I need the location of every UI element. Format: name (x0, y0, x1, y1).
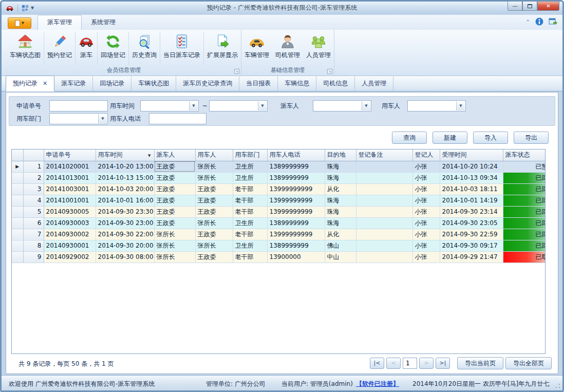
info-icon[interactable] (535, 17, 543, 26)
tab-dispatch-records[interactable]: 派车记录 (54, 77, 93, 91)
first-page-button[interactable]: |< (370, 358, 384, 369)
table-cell[interactable]: 小张 (412, 183, 440, 195)
dropdown-arrow-icon[interactable]: ▼ (362, 101, 370, 110)
table-cell[interactable]: 20141013001 (44, 172, 96, 183)
column-header[interactable]: 派车人 (154, 150, 195, 161)
table-cell[interactable]: 1389999999 (267, 240, 325, 251)
table-cell[interactable]: 2014-09-30 23:30 (96, 206, 154, 217)
status-cell[interactable]: 已回场 (503, 229, 546, 240)
column-header[interactable]: 用车人 (195, 150, 233, 161)
column-header[interactable]: 登记备注 (356, 150, 412, 161)
table-cell[interactable] (356, 240, 412, 251)
table-row[interactable]: 6201409300032014-09-30 23:00王政委张所长卫生所138… (12, 217, 546, 229)
phone-input[interactable] (149, 113, 206, 124)
table-cell[interactable]: 13900000 (267, 251, 325, 263)
prev-page-button[interactable]: < (386, 358, 401, 369)
table-cell[interactable]: 20141001001 (44, 195, 96, 206)
dropdown-arrow-icon[interactable]: ▼ (189, 101, 198, 110)
table-cell[interactable]: 1389999999 (267, 161, 325, 172)
table-cell[interactable]: 20140930001 (44, 240, 96, 251)
table-cell[interactable]: 卫生所 (233, 161, 267, 172)
row-number[interactable]: 2 (23, 172, 44, 183)
table-cell[interactable] (356, 161, 412, 172)
row-number[interactable]: 4 (23, 195, 44, 206)
table-cell[interactable]: 王政委 (195, 229, 233, 240)
row-number[interactable]: 1 (23, 161, 44, 172)
row-number[interactable]: 3 (23, 183, 44, 195)
tab-vehicle-info[interactable]: 车辆信息 (278, 77, 316, 91)
table-cell[interactable]: 2014-10-03 18:11 (440, 183, 503, 195)
use-time-from-combo[interactable]: ▼ (140, 100, 199, 111)
table-cell[interactable]: 20140930005 (44, 206, 96, 217)
table-cell[interactable]: 中山 (325, 251, 356, 263)
table-row[interactable]: ▶1201410200012014-10-20 13:00王政委张所长卫生所13… (12, 161, 546, 172)
row-indicator[interactable] (12, 240, 23, 251)
table-cell[interactable]: 2014-10-20 13:00 (96, 161, 154, 172)
table-cell[interactable]: 卫生所 (233, 240, 267, 251)
table-cell[interactable]: 小张 (412, 217, 440, 229)
status-cell[interactable]: 已预约 (503, 161, 546, 172)
next-page-button[interactable]: > (419, 358, 434, 369)
query-button[interactable]: 查询 (392, 132, 427, 144)
table-cell[interactable]: 13999999999 (267, 195, 325, 206)
driver-manage-button[interactable]: 司机管理 (272, 32, 303, 65)
column-header[interactable]: 目的地 (325, 150, 356, 161)
table-cell[interactable]: 珠海 (325, 206, 356, 217)
workspace-switch-icon[interactable] (549, 17, 557, 26)
tab-dispatch-history-query[interactable]: 派车历史记录查询 (176, 77, 239, 91)
row-indicator[interactable] (12, 206, 23, 217)
table-cell[interactable]: 张所长 (195, 240, 233, 251)
row-number[interactable]: 9 (23, 251, 44, 263)
table-cell[interactable]: 珠海 (325, 172, 356, 183)
table-cell[interactable]: 2014-10-20 10:24 (440, 161, 503, 172)
row-number[interactable]: 8 (23, 240, 44, 251)
table-cell[interactable]: 20141020001 (44, 161, 96, 172)
dropdown-arrow-icon[interactable]: ▼ (456, 101, 465, 110)
table-cell[interactable]: 王政委 (154, 217, 195, 229)
table-cell[interactable] (356, 251, 412, 263)
table-cell[interactable]: 2014-09-30 22:59 (440, 229, 503, 240)
column-header[interactable]: 申请单号 (44, 150, 96, 161)
table-cell[interactable]: 珠海 (325, 195, 356, 206)
today-dispatch-records-button[interactable]: 当日派车记录 (160, 32, 204, 65)
row-indicator[interactable] (12, 172, 23, 183)
table-cell[interactable]: 老干部 (233, 183, 267, 195)
vehicle-manage-button[interactable]: 车辆管理 (241, 32, 272, 65)
table-cell[interactable]: 13999999999 (267, 229, 325, 240)
table-cell[interactable]: 2014-09-30 23:05 (440, 217, 503, 229)
export-all-pages-button[interactable]: 导出全部页 (505, 357, 552, 369)
table-cell[interactable]: 20140930003 (44, 217, 96, 229)
row-number[interactable]: 7 (23, 229, 44, 240)
row-indicator[interactable] (12, 183, 23, 195)
resize-grip[interactable] (555, 383, 560, 388)
table-cell[interactable]: 张所长 (154, 240, 195, 251)
import-button[interactable]: 导入 (473, 132, 508, 144)
maximize-button[interactable] (522, 2, 537, 11)
table-cell[interactable]: 从化 (325, 229, 356, 240)
table-cell[interactable]: 王政委 (195, 206, 233, 217)
table-cell[interactable]: 王政委 (154, 172, 195, 183)
status-cell[interactable]: 已取消 (503, 251, 546, 263)
request-no-input[interactable] (49, 100, 108, 111)
table-cell[interactable]: 小张 (412, 161, 440, 172)
user-combo[interactable]: ▼ (407, 100, 466, 111)
table-cell[interactable]: 佛山 (325, 240, 356, 251)
table-cell[interactable]: 张所长 (195, 217, 233, 229)
department-combo[interactable]: ▼ (49, 113, 108, 124)
status-cell[interactable]: 已回场 (503, 217, 546, 229)
ribbon-tab-system-management[interactable]: 系统管理 (82, 15, 125, 30)
group-dialog-launcher-icon[interactable]: ↘ (327, 69, 332, 74)
table-cell[interactable]: 卫生所 (233, 172, 267, 183)
table-cell[interactable]: 2014-10-03 20:00 (96, 183, 154, 195)
table-row[interactable]: 2201410130012014-10-13 15:00王政委张所长卫生所138… (12, 172, 546, 183)
table-cell[interactable]: 2014-09-30 22:00 (96, 229, 154, 240)
table-row[interactable]: 4201410010012014-10-01 16:00王政委王政委老干部139… (12, 195, 546, 206)
row-indicator[interactable]: ▶ (12, 161, 23, 172)
table-cell[interactable] (356, 229, 412, 240)
table-cell[interactable]: 卫生所 (233, 217, 267, 229)
table-cell[interactable]: 2014-10-01 14:19 (440, 195, 503, 206)
table-cell[interactable]: 小张 (412, 251, 440, 263)
table-row[interactable]: 9201409290022014-09-30 08:00张所长王政委老干部139… (12, 251, 546, 263)
history-query-button[interactable]: 历史查询 (129, 32, 160, 65)
group-dialog-launcher-icon[interactable]: ↘ (234, 69, 239, 74)
